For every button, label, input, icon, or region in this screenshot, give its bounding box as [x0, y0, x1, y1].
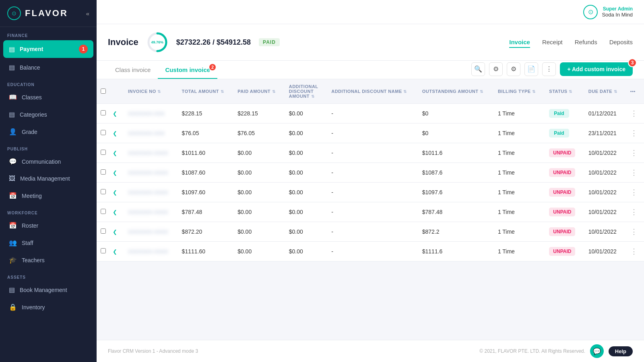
expand-button[interactable]: ❮: [113, 150, 117, 156]
filter-button[interactable]: ⚙: [489, 62, 503, 76]
col-paid-amount[interactable]: PAID AMOUNT ⇅: [232, 79, 283, 104]
row-checkbox[interactable]: [101, 189, 106, 194]
invoice-table: INVOICE NO ⇅ TOTAL AMOUNT ⇅ PAID AMOUNT …: [97, 79, 644, 261]
actions-cell[interactable]: ⋮: [625, 163, 644, 183]
expand-button[interactable]: ❮: [113, 130, 117, 136]
expand-button[interactable]: ❮: [113, 111, 117, 117]
checkbox-cell[interactable]: [97, 163, 111, 183]
expand-cell[interactable]: ❮: [111, 202, 122, 222]
sidebar-item-teachers[interactable]: 🎓 Teachers: [3, 252, 93, 268]
expand-cell[interactable]: ❮: [111, 143, 122, 163]
export-button[interactable]: 📄: [524, 62, 538, 76]
row-actions-button[interactable]: ⋮: [630, 129, 638, 138]
tab-invoice[interactable]: Invoice: [509, 37, 530, 48]
total-amount-cell: $228.15: [176, 104, 232, 123]
sidebar-item-communication[interactable]: 💬 Communication: [3, 153, 93, 170]
row-actions-button[interactable]: ⋮: [630, 148, 638, 157]
checkbox-cell[interactable]: [97, 183, 111, 202]
sidebar-item-inventory[interactable]: 🔒 Inventory: [3, 299, 93, 315]
sidebar-item-payment[interactable]: ▤ Payment 1: [3, 40, 93, 58]
expand-cell[interactable]: ❮: [111, 242, 122, 261]
subtab-custom-invoice[interactable]: Custom invoice 2: [158, 61, 217, 79]
sidebar-item-roster[interactable]: 📅 Roster: [3, 217, 93, 234]
col-total-amount[interactable]: TOTAL AMOUNT ⇅: [176, 79, 232, 104]
actions-cell[interactable]: ⋮: [625, 242, 644, 261]
sidebar-item-categories[interactable]: ▤ Categories: [3, 106, 93, 123]
subtab-actions: 🔍 ⚙ ⚙ 📄 ⋮ + Add custom invoice 3: [471, 62, 633, 78]
checkbox-cell[interactable]: [97, 104, 111, 123]
actions-cell[interactable]: ⋮: [625, 222, 644, 242]
actions-cell[interactable]: ⋮: [625, 202, 644, 222]
outstanding-amount-cell: $0: [417, 123, 492, 143]
actions-cell[interactable]: ⋮: [625, 104, 644, 123]
row-actions-button[interactable]: ⋮: [630, 208, 638, 216]
col-invoice-no[interactable]: INVOICE NO ⇅: [122, 79, 176, 104]
footer-help-button[interactable]: Help: [609, 346, 633, 356]
row-checkbox[interactable]: [101, 209, 106, 214]
expand-button[interactable]: ❮: [113, 249, 117, 255]
row-actions-button[interactable]: ⋮: [630, 109, 638, 118]
status-badge: UNPAID: [549, 168, 575, 177]
checkbox-cell[interactable]: [97, 143, 111, 163]
row-actions-button[interactable]: ⋮: [630, 247, 638, 256]
tab-deposits[interactable]: Deposits: [609, 37, 633, 48]
expand-cell[interactable]: ❮: [111, 222, 122, 242]
expand-cell[interactable]: ❮: [111, 123, 122, 143]
col-outstanding-amount[interactable]: OUTSTANDING AMOUNT ⇅: [417, 79, 492, 104]
actions-cell[interactable]: ⋮: [625, 183, 644, 202]
sidebar-logo[interactable]: ⊙ FLAVOR «: [0, 0, 97, 27]
expand-cell[interactable]: ❮: [111, 163, 122, 183]
tab-receipt[interactable]: Receipt: [542, 37, 563, 48]
additional-discount-amount-cell: $0.00: [283, 163, 326, 183]
col-additional-discount-name[interactable]: ADDITIONAL DISCOUNT NAME ⇅: [326, 79, 417, 104]
sidebar-item-grade[interactable]: 👤 Grade: [3, 123, 93, 140]
status-cell: UNPAID: [543, 222, 582, 242]
row-checkbox[interactable]: [101, 169, 106, 175]
sidebar-item-meeting[interactable]: 📅 Meeting: [3, 187, 93, 204]
expand-button[interactable]: ❮: [113, 170, 117, 176]
actions-cell[interactable]: ⋮: [625, 123, 644, 143]
row-checkbox[interactable]: [101, 248, 106, 253]
subtab-class-invoice[interactable]: Class invoice: [108, 61, 158, 79]
additional-discount-amount-cell: $0.00: [283, 183, 326, 202]
row-actions-button[interactable]: ⋮: [630, 227, 638, 236]
expand-cell[interactable]: ❮: [111, 183, 122, 202]
sidebar-item-balance[interactable]: ▤ Balance: [3, 59, 93, 76]
row-actions-button[interactable]: ⋮: [630, 168, 638, 177]
add-custom-invoice-button[interactable]: + Add custom invoice: [560, 62, 633, 76]
col-due-date[interactable]: DUE DATE ⇅: [583, 79, 625, 104]
tab-refunds[interactable]: Refunds: [575, 37, 597, 48]
expand-button[interactable]: ❮: [113, 229, 117, 235]
sidebar-item-classes[interactable]: 📖 Classes: [3, 89, 93, 105]
col-additional-discount-amount[interactable]: ADDITIONALDISCOUNTAMOUNT ⇅: [283, 79, 326, 104]
select-all-checkbox[interactable]: [101, 88, 106, 94]
col-status[interactable]: STATUS ⇅: [543, 79, 582, 104]
checkbox-cell[interactable]: [97, 242, 111, 261]
expand-button[interactable]: ❮: [113, 209, 117, 215]
row-checkbox[interactable]: [101, 130, 106, 135]
col-billing-type[interactable]: BILLING TYPE ⇅: [492, 79, 543, 104]
sidebar-chevron[interactable]: «: [86, 10, 89, 17]
additional-discount-name-cell: -: [326, 183, 417, 202]
expand-button[interactable]: ❮: [113, 189, 117, 195]
footer-chat-button[interactable]: 💬: [590, 344, 604, 358]
row-checkbox[interactable]: [101, 228, 106, 234]
more-button[interactable]: ⋮: [542, 62, 556, 76]
sidebar-item-staff[interactable]: 👥 Staff: [3, 234, 93, 251]
row-checkbox[interactable]: [101, 110, 106, 115]
actions-cell[interactable]: ⋮: [625, 143, 644, 163]
billing-type-cell: 1 Time: [492, 222, 543, 242]
checkbox-cell[interactable]: [97, 123, 111, 143]
expand-cell[interactable]: ❮: [111, 104, 122, 123]
sidebar-item-media[interactable]: 🖼 Media Management: [3, 171, 93, 187]
checkbox-cell[interactable]: [97, 222, 111, 242]
settings-button[interactable]: ⚙: [507, 62, 520, 76]
sidebar-item-book[interactable]: ▤ Book Management: [3, 282, 93, 298]
sort-icon: ⇅: [614, 89, 617, 94]
sidebar-item-label: Staff: [22, 240, 33, 246]
checkbox-cell[interactable]: [97, 202, 111, 222]
paid-amount-cell: $0.00: [232, 143, 283, 163]
search-button[interactable]: 🔍: [471, 62, 485, 76]
row-actions-button[interactable]: ⋮: [630, 188, 638, 197]
row-checkbox[interactable]: [101, 150, 106, 155]
